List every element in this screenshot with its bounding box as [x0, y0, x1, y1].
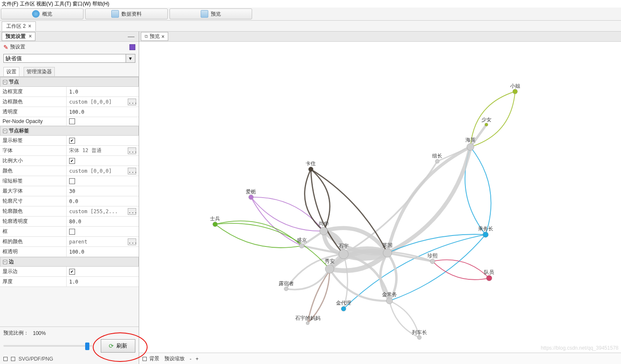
graph-canvas[interactable]: 小姐少女海英组长乘务长珍熙队员金常务列车长金代理石宇的妈妈露宿者秀安石宇英国尚华… — [139, 42, 621, 353]
refresh-button[interactable]: ⟳ 刷新 — [101, 339, 135, 353]
property-row: 轮廓尺寸0.0 — [0, 196, 139, 206]
collapse-icon[interactable]: − — [3, 80, 7, 84]
properties-list[interactable]: −节点边框宽度1.0边框颜色custom [0,0,0]...透明度100.0P… — [0, 77, 139, 327]
checkbox-icon[interactable] — [142, 357, 147, 361]
minimize-icon[interactable]: — — [125, 33, 137, 40]
ellipsis-button[interactable]: ... — [128, 99, 136, 105]
graph-node[interactable] — [487, 275, 492, 281]
ellipsis-button[interactable]: ... — [128, 238, 136, 245]
property-key: 框 — [0, 227, 67, 236]
graph-node[interactable] — [213, 222, 218, 227]
property-key: 边框宽度 — [0, 87, 67, 96]
graph-node[interactable] — [467, 143, 474, 150]
property-value[interactable]: 1.0 — [67, 277, 139, 286]
property-value[interactable] — [67, 227, 139, 236]
graph-node[interactable] — [306, 321, 309, 325]
property-value[interactable] — [67, 117, 139, 126]
checkbox[interactable] — [69, 229, 75, 235]
property-value[interactable]: 100.0 — [67, 107, 139, 117]
checkbox[interactable] — [69, 269, 75, 275]
slider-thumb[interactable] — [85, 343, 89, 350]
property-row: 厚度1.0 — [0, 277, 139, 287]
property-value[interactable]: custom [0,0,0]... — [67, 97, 139, 107]
property-key: 最大字体 — [0, 186, 67, 196]
toolbar-data[interactable]: 数据资料 — [85, 8, 168, 19]
property-value[interactable] — [67, 176, 139, 186]
property-value[interactable] — [67, 136, 139, 145]
property-value[interactable]: parent... — [67, 237, 139, 246]
close-icon[interactable]: × — [28, 23, 31, 29]
checkbox[interactable] — [69, 178, 75, 184]
preview-tab[interactable]: ⧉ 预览 × — [141, 32, 168, 41]
link-icon: ⧉ — [145, 34, 148, 39]
graph-node-label: 露宿者 — [279, 281, 294, 286]
property-value[interactable]: custom [0,0,0]... — [67, 166, 139, 176]
property-key: 颜色 — [0, 166, 67, 176]
graph-node[interactable] — [383, 249, 392, 257]
graph-node[interactable] — [284, 287, 288, 291]
graph-node[interactable] — [339, 249, 349, 259]
property-section[interactable]: −节点 — [0, 77, 139, 87]
ellipsis-button[interactable]: ... — [128, 208, 136, 215]
graph-edge — [215, 223, 330, 269]
graph-edge — [470, 147, 491, 235]
panel-title-tab[interactable]: 预览设置 × — [2, 32, 35, 41]
collapse-icon[interactable]: − — [3, 260, 7, 264]
property-key: 边框颜色 — [0, 97, 67, 107]
property-value[interactable]: 1.0 — [67, 87, 139, 96]
graph-node[interactable] — [299, 244, 304, 248]
toolbar-overview[interactable]: 概览 — [1, 8, 83, 19]
background-label: 背景 — [149, 355, 159, 362]
property-value[interactable]: 宋体 12 普通... — [67, 146, 139, 155]
graph-node[interactable] — [485, 123, 488, 126]
graph-node[interactable] — [325, 265, 334, 273]
ellipsis-button[interactable]: ... — [128, 168, 136, 174]
subtab-renderer[interactable]: 管理渲染器 — [24, 67, 55, 76]
close-icon[interactable]: × — [29, 33, 32, 39]
collapse-icon[interactable]: − — [3, 129, 7, 133]
workspace-tab[interactable]: 工作区 2 × — [2, 21, 36, 31]
property-value[interactable] — [67, 267, 139, 276]
preset-dropdown-input[interactable] — [3, 54, 126, 63]
property-value[interactable]: 100.0 — [67, 247, 139, 257]
graph-node[interactable] — [341, 306, 346, 311]
property-key: 轮廓尺寸 — [0, 196, 67, 206]
graph-node-label: 卡住 — [306, 161, 316, 166]
graph-node[interactable] — [386, 297, 392, 304]
property-section[interactable]: −节点标签 — [0, 126, 139, 136]
graph-node[interactable] — [513, 89, 517, 94]
graph-node[interactable] — [417, 335, 421, 339]
close-icon[interactable]: × — [161, 34, 164, 40]
checkbox[interactable] — [69, 118, 75, 124]
refresh-label: 刷新 — [116, 342, 127, 350]
graph-node[interactable] — [430, 259, 435, 264]
property-value[interactable]: custom [255,2...... — [67, 206, 139, 216]
property-value[interactable]: 0.0 — [67, 196, 139, 206]
graph-edge — [387, 147, 470, 253]
chevron-down-icon[interactable]: ▾ — [126, 54, 135, 63]
property-row: 显示边 — [0, 267, 139, 277]
graph-node[interactable] — [483, 232, 488, 237]
zoom-out-button[interactable]: - — [190, 356, 191, 362]
property-section[interactable]: −边 — [0, 257, 139, 267]
export-label[interactable]: SVG/PDF/PNG — [19, 356, 53, 362]
checkbox[interactable] — [69, 138, 75, 144]
toolbar-preview[interactable]: 预览 — [169, 8, 252, 19]
property-row: 颜色custom [0,0,0]... — [0, 166, 139, 176]
graph-node[interactable] — [436, 159, 439, 163]
save-icon[interactable] — [129, 44, 135, 50]
ratio-slider[interactable] — [3, 345, 92, 347]
property-value[interactable]: 80.0 — [67, 217, 139, 226]
zoom-in-button[interactable]: + — [196, 356, 199, 362]
graph-node-label: 金代理 — [336, 300, 351, 306]
checkbox[interactable] — [69, 158, 75, 164]
menubar-text: 文件(F) 工作区 视图(V) 工具(T) 窗口(W) 帮助(H) — [2, 0, 109, 8]
property-value[interactable] — [67, 156, 139, 166]
preset-dropdown[interactable]: ▾ — [3, 54, 135, 63]
ellipsis-button[interactable]: ... — [128, 147, 136, 154]
graph-node[interactable] — [249, 195, 253, 199]
property-value[interactable]: 30 — [67, 186, 139, 196]
graph-node[interactable] — [320, 227, 328, 235]
subtab-settings[interactable]: 设置 — [3, 67, 19, 76]
graph-node[interactable] — [309, 167, 313, 171]
